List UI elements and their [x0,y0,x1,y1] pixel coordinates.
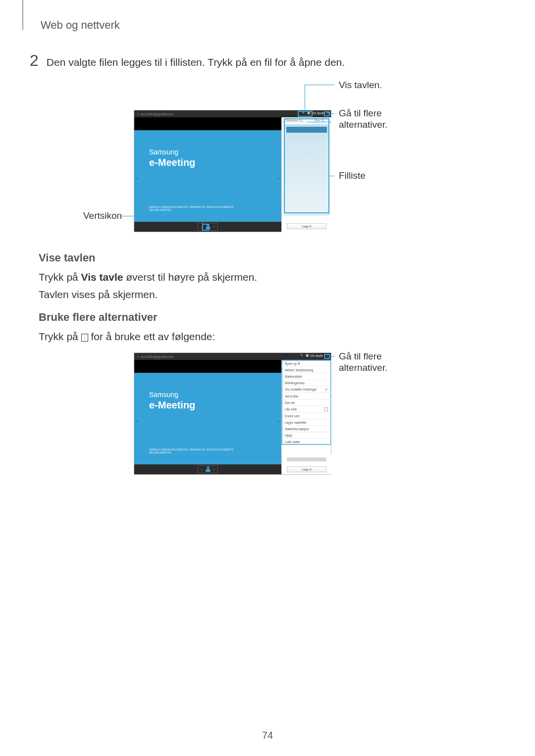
figure-2: ‹ ac14444@gmail.com ✎ ▣ Vis tavle ⋮ Sams… [134,353,331,475]
add-button[interactable]: Legg til [287,223,326,229]
menu-item[interactable]: Lås side [282,406,331,413]
section-divider [22,0,23,30]
step-number: 2 [30,51,39,70]
figure-1: ‹ ac14444@gmail.com ✎ ▣ Vis tavle ≡ Sams… [134,110,331,232]
placeholder-bar [287,457,326,461]
page-number: 74 [0,730,535,741]
host-icon [206,224,211,230]
nav-bar: ‹ › [134,222,281,232]
menu-item[interactable]: Aktiver skriptvisning [282,367,331,373]
nav-bar: ‹ › [134,464,281,474]
file-pane-bottom: Legg til [281,454,331,474]
callout-line [202,216,203,226]
app-main-canvas: Samsung e-Meeting SIMPLE & PAPERLESS MEE… [134,373,281,465]
subtext: SIMPLE & PAPERLESS MEETING / SHARING OF … [149,205,233,211]
menu-icon[interactable]: ≡ [327,111,329,115]
section-heading: Web og nettverk [41,19,120,32]
nav-prev-icon: ‹ [201,467,203,472]
step-text: Den valgte filen legges til i fillisten.… [47,56,345,68]
menu-icon[interactable]: ⋮ [325,353,329,357]
product-text: e-Meeting [149,400,195,411]
menu-item[interactable]: Del via [282,400,331,406]
host-icon [206,466,211,472]
menu-item[interactable]: Møteinformasjon [282,426,331,432]
app-main-canvas: Samsung e-Meeting SIMPLE & PAPERLESS MEE… [134,130,281,222]
brand-text: Samsung [149,391,178,399]
expand-left-icon[interactable]: › [136,176,138,181]
vis-tavle-button[interactable]: ▣ Vis tavle [306,353,323,357]
callout-text: Vis tavlen. [339,80,382,91]
callout-line [329,113,334,114]
para: Trykk på ⋮ for å bruke ett av følgende: [39,331,215,343]
callout-line [329,176,334,176]
heading-vise-tavlen: Vise tavlen [39,252,96,264]
file-list-pane: Deltakere (2) | Filer (1) Legg til [281,117,331,232]
tab-files[interactable]: Filer (1) [307,119,331,122]
nav-next-icon: › [214,467,215,472]
tab-participants[interactable]: Deltakere (2) [282,119,306,122]
vis-tavle-label: Vis tavle [310,354,323,357]
expand-right-icon[interactable]: › [278,176,279,181]
expand-left-icon[interactable]: › [136,418,138,424]
back-icon: ‹ [137,354,139,359]
vis-tavle-button[interactable]: ▣ Vis tavle [307,111,324,115]
callout-line [329,356,334,357]
callout-text: Gå til flere [339,351,382,362]
menu-item[interactable]: Endre vert [282,413,331,419]
callout-text: Gå til flere [339,108,382,119]
menu-item[interactable]: Lukk møte [282,439,331,445]
menu-item[interactable]: Send filer [282,393,331,400]
file-panel [284,124,329,215]
pane-tabs: Deltakere (2) | Filer (1) [282,117,331,123]
subtext: SIMPLE & PAPERLESS MEETING / SHARING OF … [149,448,233,454]
add-button[interactable]: Legg til [287,466,326,472]
vis-tavle-label: Vis tavle [312,111,324,115]
menu-glyph-icon: ⋮ [81,334,88,342]
check-icon: ✔ [325,388,328,392]
checkbox-icon [324,407,328,411]
callout-text: Filliste [339,170,366,181]
menu-item[interactable]: Meldingsboks [282,380,331,386]
overflow-menu: Åpne ny fil Aktiver skriptvisning Møteno… [281,360,331,445]
callout-line [121,216,202,216]
user-email: ac14444@gmail.com [141,355,173,358]
menu-item[interactable]: Vis mottatte meldinger✔ [282,386,331,393]
app-screenshot-1: ‹ ac14444@gmail.com ✎ ▣ Vis tavle ≡ Sams… [134,110,331,232]
board-icon: ▣ [306,353,309,357]
para: Tavlen vises på skjermen. [39,289,158,301]
app-titlebar: ‹ ac14444@gmail.com ✎ ▣ Vis tavle ⋮ [134,353,331,360]
callout-line [305,85,305,110]
callout-text: alternativer. [339,119,387,130]
menu-item[interactable]: Hjelp [282,432,331,439]
menu-item[interactable]: Lagre møtefiler [282,419,331,426]
back-icon: ‹ [137,111,139,116]
para: Trykk på Vis tavle øverst til høyre på s… [39,271,257,283]
callout-text: alternativer. [339,362,387,373]
pencil-icon: ✎ [300,353,303,357]
board-icon: ▣ [307,111,311,115]
menu-item[interactable]: Møtenotater [282,373,331,380]
brand-text: Samsung [149,148,178,156]
nav-next-icon: › [214,225,215,229]
callout-line [305,85,334,85]
callout-text: Vertsikon [83,210,122,221]
product-text: e-Meeting [149,157,195,168]
pencil-icon: ✎ [302,111,305,115]
nav-pill[interactable]: ‹ › [198,465,218,473]
step-2: 2 Den valgte filen legges til i filliste… [30,51,345,70]
heading-bruke-flere: Bruke flere alternativer [39,311,158,324]
expand-right-icon[interactable]: › [278,418,279,424]
nav-pill[interactable]: ‹ › [198,223,218,231]
file-item[interactable] [286,127,327,133]
menu-item[interactable]: Åpne ny fil [282,360,331,367]
app-screenshot-2: ‹ ac14444@gmail.com ✎ ▣ Vis tavle ⋮ Sams… [134,353,331,475]
user-email: ac14444@gmail.com [141,112,173,116]
app-titlebar: ‹ ac14444@gmail.com ✎ ▣ Vis tavle ≡ [134,110,331,117]
